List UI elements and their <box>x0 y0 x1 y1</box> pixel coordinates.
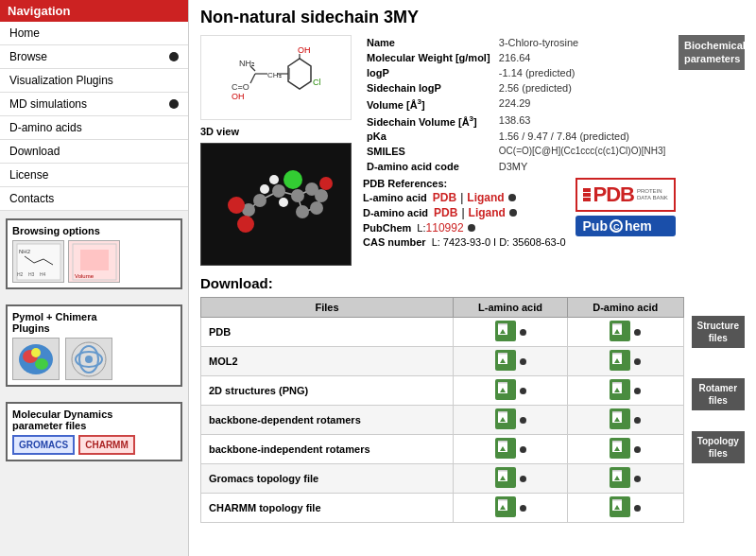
svg-text:C=O: C=O <box>232 82 249 92</box>
file-name-cell: CHARMM topology file <box>201 494 454 523</box>
file-name-cell: PDB <box>201 318 454 347</box>
d-file-download-btn[interactable] <box>610 496 641 519</box>
l-file-download-btn[interactable] <box>495 321 526 343</box>
nav-contacts[interactable]: Contacts <box>0 187 188 211</box>
chimera-icon[interactable] <box>65 338 112 380</box>
d-file-download-btn[interactable] <box>610 467 641 490</box>
prop-volume-label: Volume [Å3] <box>363 96 495 113</box>
pubchem-value-prefix: L: <box>417 222 425 234</box>
download-file-icon <box>495 321 516 343</box>
l-file-download-btn[interactable] <box>495 350 526 373</box>
nav-download[interactable]: Download <box>0 140 188 164</box>
d-pdb-link[interactable]: PDB <box>434 206 457 219</box>
svg-rect-67 <box>612 335 622 336</box>
charmm-logo[interactable]: CHARMM <box>78 435 135 455</box>
svg-point-44 <box>272 184 285 198</box>
prop-smiles-row: SMILES OC(=O)[C@H](Cc1ccc(c(c1)Cl)O)[NH3… <box>363 144 671 159</box>
connector-dot <box>634 358 641 365</box>
svg-text:H4: H4 <box>40 271 46 277</box>
view-3d-label: 3D view <box>200 126 352 137</box>
connector-dot <box>520 388 526 394</box>
d-file-download-btn[interactable] <box>610 438 641 460</box>
connector-dot-3 <box>468 224 475 232</box>
browse-thumb-2[interactable]: Volume <box>68 240 120 283</box>
prop-pka-value: 1.56 / 9.47 / 7.84 (predicted) <box>495 129 671 144</box>
molecule-3d-viewer[interactable] <box>200 143 352 266</box>
file-name-cell: MOL2 <box>201 347 454 376</box>
nav-home[interactable]: Home <box>0 22 188 45</box>
svg-rect-60 <box>498 323 507 325</box>
prop-sidechain-logp-label: Sidechain logP <box>363 80 495 96</box>
d-file-download-btn[interactable] <box>610 350 641 373</box>
props-table: Name 3-Chloro-tyrosine Molecular Weight … <box>363 35 671 174</box>
structure-files-tag: Structurefiles <box>692 316 745 348</box>
svg-text:Cl: Cl <box>313 78 321 87</box>
download-file-icon <box>495 379 516 402</box>
svg-rect-75 <box>612 353 622 355</box>
download-title: Download: <box>200 275 745 291</box>
table-row: 2D structures (PNG) <box>201 376 684 406</box>
page-title: Non-natural sidechain 3MY <box>200 8 745 27</box>
nav-dot <box>169 52 179 61</box>
l-file-download-btn[interactable] <box>495 438 526 460</box>
nav-license[interactable]: License <box>0 164 188 187</box>
table-row: Gromacs topology file <box>201 464 684 494</box>
download-file-icon <box>495 408 516 431</box>
l-pdb-link[interactable]: PDB <box>433 191 456 204</box>
pdb-ref-left: PDB References: L-amino acid PDB | Ligan… <box>363 178 566 248</box>
prop-sidechain-volume-value: 138.63 <box>495 113 671 130</box>
l-ligand-link[interactable]: Ligand <box>467 191 504 204</box>
d-download-cell <box>567 464 683 494</box>
md-box: Molecular Dynamics parameter files GROMA… <box>6 402 182 461</box>
prop-volume-row: Volume [Å3] 224.29 <box>363 96 671 113</box>
prop-mw-value: 216.64 <box>495 50 671 65</box>
plugins-icons-row <box>12 338 176 380</box>
pubchem-link[interactable]: 110992 <box>426 221 464 235</box>
gromacs-logo[interactable]: GROMACS <box>12 435 75 455</box>
svg-text:NH₂: NH₂ <box>239 59 255 68</box>
d-download-cell <box>567 318 683 347</box>
table-row: CHARMM topology file <box>201 494 684 523</box>
nav-visualization[interactable]: Visualization Plugins <box>0 69 188 93</box>
l-download-cell <box>454 435 568 464</box>
main-content: Non-natural sidechain 3MY OH Cl <box>189 0 756 556</box>
topology-files-tag: Topologyfiles <box>692 431 745 463</box>
l-file-download-btn[interactable] <box>495 467 526 490</box>
pymol-svg <box>15 339 58 379</box>
browse-thumb-1[interactable]: NH2 H2 H3 H4 <box>12 240 64 283</box>
nav-md[interactable]: MD simulations <box>0 93 188 116</box>
pdb-references-label: PDB References: <box>363 178 566 189</box>
prop-sidechain-volume-row: Sidechain Volume [Å3] 138.63 <box>363 113 671 130</box>
svg-rect-97 <box>612 423 622 424</box>
connector-dot <box>634 329 641 336</box>
l-file-download-btn[interactable] <box>495 496 526 519</box>
svg-point-54 <box>284 170 302 189</box>
svg-text:H2: H2 <box>17 271 24 277</box>
download-file-icon <box>610 438 630 460</box>
pymol-icon[interactable] <box>12 338 60 380</box>
download-file-icon <box>610 496 630 519</box>
l-amino-label: L-amino acid <box>363 192 427 203</box>
d-file-download-btn[interactable] <box>610 321 641 343</box>
prop-mw-row: Molecular Weight [g/mol] 216.64 <box>363 50 671 65</box>
prop-d-code-row: D-amino acid code D3MY <box>363 159 671 174</box>
svg-point-48 <box>310 201 323 215</box>
nav-d-amino[interactable]: D-amino acids <box>0 116 188 140</box>
d-amino-row: D-amino acid PDB | Ligand <box>363 206 566 219</box>
nav-browse[interactable]: Browse <box>0 45 188 69</box>
d-ligand-link[interactable]: Ligand <box>469 206 506 219</box>
l-file-download-btn[interactable] <box>495 408 526 431</box>
svg-rect-72 <box>498 364 507 365</box>
svg-text:H3: H3 <box>28 271 35 277</box>
molecule-area: OH Cl CH₂ NH₂ C=O OH <box>200 35 352 266</box>
plugins-box: Pymol + Chimera Plugins <box>6 304 182 387</box>
d-file-download-btn[interactable] <box>610 408 641 431</box>
svg-rect-115 <box>612 470 622 472</box>
svg-rect-87 <box>612 393 622 394</box>
d-file-download-btn[interactable] <box>610 379 641 402</box>
l-file-download-btn[interactable] <box>495 379 526 402</box>
connector-dot-2 <box>509 209 517 217</box>
svg-point-18 <box>85 356 93 363</box>
connector-dot <box>634 388 641 394</box>
svg-rect-90 <box>498 411 507 413</box>
